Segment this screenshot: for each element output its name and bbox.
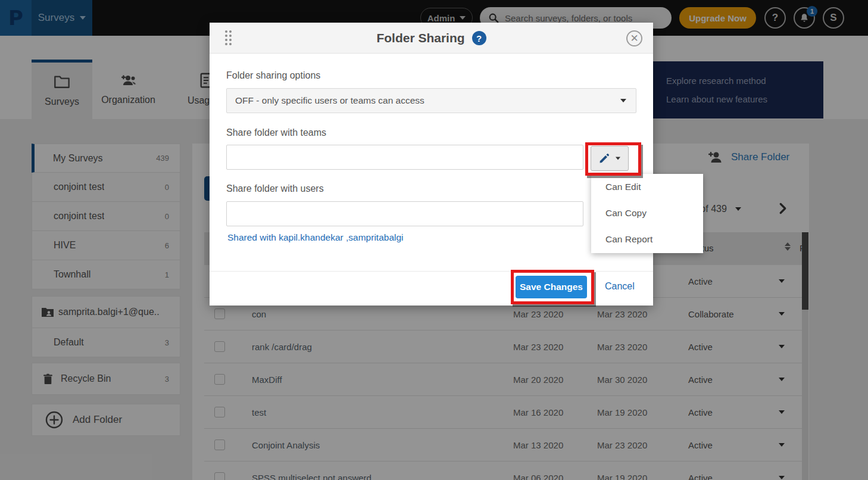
share-teams-input[interactable] (226, 145, 583, 170)
share-users-input[interactable] (226, 201, 583, 226)
modal-help-icon[interactable]: ? (472, 31, 486, 45)
share-users-label: Share folder with users (226, 183, 324, 194)
menu-item-can-copy[interactable]: Can Copy (591, 200, 703, 226)
sharing-options-label: Folder sharing options (226, 70, 320, 81)
app-root: P Surveys Admin Upgrade Now ? 1 S (0, 0, 868, 480)
sharing-options-value: OFF - only specific users or teams can a… (235, 95, 424, 106)
cancel-button[interactable]: Cancel (605, 281, 635, 292)
menu-item-can-report[interactable]: Can Report (591, 226, 703, 253)
sharing-options-select[interactable]: OFF - only specific users or teams can a… (226, 88, 636, 113)
close-icon[interactable]: ✕ (626, 30, 642, 46)
permissions-menu: Can Edit Can Copy Can Report (591, 174, 703, 253)
chevron-down-icon (620, 99, 626, 102)
menu-item-can-edit[interactable]: Can Edit (591, 174, 703, 200)
shared-with-text: Shared with kapil.khandekar ,sampritabal… (227, 232, 404, 243)
share-teams-label: Share folder with teams (226, 127, 326, 138)
annotation-box-save-button (511, 270, 594, 304)
modal-title: Folder Sharing (376, 31, 464, 45)
annotation-box-permission-button (585, 142, 641, 176)
modal-header: Folder Sharing ? ✕ (210, 23, 653, 54)
